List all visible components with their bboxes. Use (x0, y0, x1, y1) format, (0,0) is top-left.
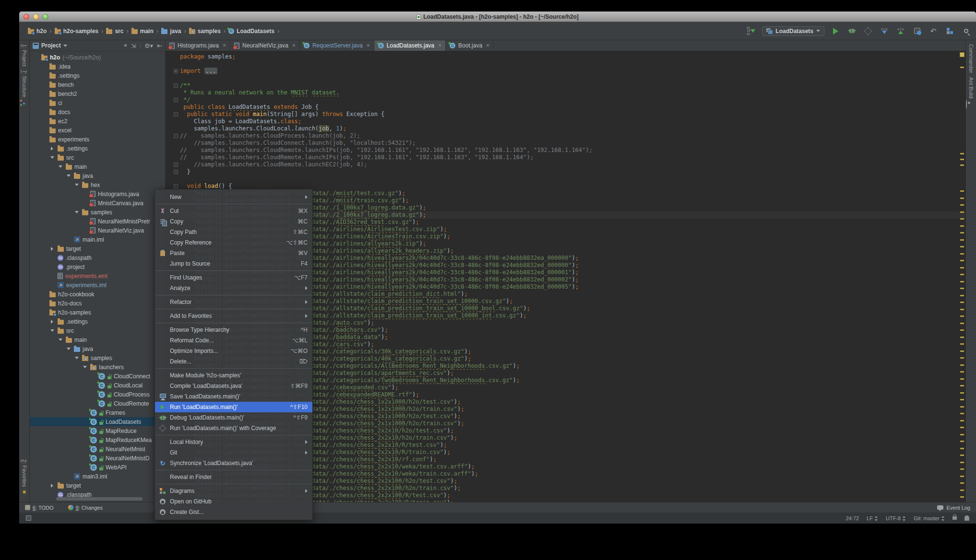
menu-item-jump-to-source[interactable]: Jump to SourceF4 (155, 258, 312, 269)
settings-gear-icon[interactable]: ⚙▾ (144, 42, 153, 49)
tree-row-main.iml[interactable]: JImain.iml (30, 235, 165, 244)
menu-item-refactor[interactable]: Refactor (155, 297, 312, 307)
tree-row-LoadDatasets[interactable]: CLoadDatasets (30, 417, 165, 426)
tree-row-.idea[interactable]: .idea (30, 62, 165, 71)
breadcrumb-item-LoadDatasets[interactable]: CLoadDatasets (227, 27, 276, 35)
run-with-coverage-button[interactable] (863, 26, 873, 36)
breadcrumb-item-src[interactable]: src (105, 27, 125, 35)
tree-row-CloudProcess[interactable]: CCloudProcess (30, 390, 165, 399)
menu-item-open-on-github[interactable]: Open on GitHub (155, 496, 312, 507)
menu-item-create-gist-[interactable]: Create Gist... (155, 507, 312, 517)
menu-item-new[interactable]: New (155, 192, 312, 202)
tab-RequestServer.java[interactable]: CRequestServer.java× (300, 40, 374, 51)
menu-item-run-loaddatasets-main-[interactable]: Run 'LoadDatasets.main()'^⇧F10 (155, 402, 312, 412)
chevron-collapsed-icon[interactable] (49, 484, 55, 488)
toolwindow-stripe-button-commander[interactable]: Commander (966, 44, 976, 73)
fold-collapse-icon[interactable]: - (174, 134, 178, 138)
tree-row-bench2[interactable]: bench2 (30, 89, 165, 98)
breadcrumb-item-java[interactable]: java (160, 27, 182, 35)
menu-item-compile-loaddatasets-java-[interactable]: Compile 'LoadDatasets.java'⇧⌘F9 (155, 381, 312, 391)
debug-button[interactable] (846, 26, 857, 36)
tree-row-ec2[interactable]: ec2 (30, 117, 165, 126)
tree-row-NeuralNetViz.java[interactable]: NeuralNetViz.java (30, 226, 165, 235)
menu-item-local-history[interactable]: Local History (155, 437, 312, 447)
run-button[interactable] (830, 26, 841, 36)
tree-row-ci[interactable]: ci (30, 98, 165, 107)
menu-item-run-loaddatasets-main-with-coverage[interactable]: Run 'LoadDatasets.main()' with Coverage (155, 423, 312, 433)
close-tab-icon[interactable]: × (486, 42, 489, 49)
tree-row-src[interactable]: src (30, 153, 165, 162)
tree-row-hex[interactable]: hex (30, 180, 165, 189)
menu-item-synchronize-loaddatasets-java-[interactable]: ↻Synchronize 'LoadDatasets.java' (155, 458, 312, 468)
menu-item-add-to-favorites[interactable]: Add to Favorites (155, 311, 312, 321)
menu-item-save-loaddatasets-main-[interactable]: Save 'LoadDatasets.main()' (155, 391, 312, 402)
locate-icon[interactable]: ⌖ (124, 42, 127, 49)
hide-panel-icon[interactable]: ⇤ (157, 42, 162, 49)
tree-row-NeuralNetMnist[interactable]: CNeuralNetMnist (30, 444, 165, 454)
tree-row-.classpath[interactable]: .classpath (30, 253, 165, 262)
tree-row-MapReduceKMea[interactable]: CMapReduceKMea (30, 435, 165, 444)
tree-row-NeuralNetMnistD[interactable]: CNeuralNetMnistD (30, 454, 165, 463)
line-ending-select[interactable]: LF (867, 515, 878, 521)
tree-row-WebAPI[interactable]: CWebAPI (30, 463, 165, 472)
tab-Boot.java[interactable]: CBoot.java× (446, 40, 494, 51)
todo-toolwindow-button[interactable]: 6: TODO (25, 505, 54, 511)
update-sources-icon[interactable]: 011001 (746, 26, 756, 36)
fold-end-icon[interactable]: ˅ (174, 163, 178, 167)
tree-row-.project[interactable]: .project (30, 262, 165, 271)
tree-row-CloudRemote[interactable]: CCloudRemote (30, 399, 165, 408)
fold-collapse-icon[interactable]: - (174, 184, 178, 188)
chevron-expanded-icon[interactable] (65, 175, 71, 177)
chevron-expanded-icon[interactable] (49, 329, 55, 332)
event-log-button[interactable]: Event Log (937, 505, 970, 511)
menu-item-cut[interactable]: Cut⌘X (155, 206, 312, 216)
tree-row-CloudConnect[interactable]: CCloudConnect (30, 372, 165, 381)
tree-row-h2o-docs[interactable]: h2o-docs (30, 299, 165, 308)
project-structure-button[interactable] (944, 26, 955, 36)
chevron-collapsed-icon[interactable] (49, 247, 55, 251)
menu-item-paste[interactable]: Paste⌘V (155, 248, 312, 258)
tree-row-h2o-cookbook[interactable]: h2o-cookbook (30, 290, 165, 299)
toolwindow-stripe-button-ant-build[interactable]: Ant Build (966, 77, 976, 109)
search-everywhere-button[interactable] (961, 26, 971, 36)
menu-item-analyze[interactable]: Analyze (155, 283, 312, 293)
close-tab-icon[interactable]: × (438, 42, 441, 49)
chevron-expanded-icon[interactable] (49, 156, 55, 159)
tree-row-experiments.eml[interactable]: experiments.eml (30, 271, 165, 280)
tree-row-experiments.iml[interactable]: JIexperiments.iml (30, 280, 165, 290)
menu-item-optimize-imports-[interactable]: Optimize Imports...⌥⌘O (155, 346, 312, 356)
tree-row-MapReduce[interactable]: CMapReduce (30, 426, 165, 435)
tree-row-java[interactable]: java (30, 171, 165, 180)
vcs-update-button[interactable]: VCS (879, 26, 890, 36)
toolwindow-stripe-button-7-structure[interactable]: 7: Structure (19, 70, 29, 97)
tree-row-experiments[interactable]: experiments (30, 135, 165, 144)
tree-row-target[interactable]: target (30, 244, 165, 253)
tree-row-CloudLocal[interactable]: CCloudLocal (30, 381, 165, 390)
breadcrumb-item-h2o[interactable]: h2o (26, 27, 48, 35)
chevron-expanded-icon[interactable] (65, 348, 71, 350)
lock-icon[interactable] (952, 516, 957, 520)
tab-NeuralNetViz.java[interactable]: NeuralNetViz.java× (230, 40, 300, 51)
tree-row-samples[interactable]: samples (30, 208, 165, 217)
close-tab-icon[interactable]: × (292, 42, 296, 49)
breadcrumb-item-h2o-samples[interactable]: h2o-samples (53, 27, 100, 35)
chevron-expanded-icon[interactable] (73, 357, 80, 359)
fold-end-icon[interactable]: ˅ (174, 170, 178, 174)
tree-row-.settings[interactable]: .settings (30, 71, 165, 80)
chevron-expanded-icon[interactable] (73, 211, 80, 213)
menu-item-reveal-in-finder[interactable]: Reveal in Finder (155, 472, 312, 482)
tree-row-launchers[interactable]: launchers (30, 362, 165, 372)
tree-row-h2o[interactable]: h2o (~/Source/h2o) (30, 53, 165, 62)
menu-item-copy-reference[interactable]: Copy Reference⌥⇧⌘C (155, 237, 312, 248)
fold-end-icon[interactable]: ˅ (174, 98, 178, 102)
tree-row-src[interactable]: src (30, 326, 165, 335)
menu-item-browse-type-hierarchy[interactable]: Browse Type Hierarchy^H (155, 325, 312, 335)
tab-Histograms.java[interactable]: Histograms.java× (166, 40, 230, 51)
tree-row-samples[interactable]: samples (30, 353, 165, 362)
tree-row-Histograms.java[interactable]: Histograms.java (30, 189, 165, 198)
chevron-expanded-icon[interactable] (57, 338, 63, 341)
menu-item-delete-[interactable]: Delete...⌦ (155, 356, 312, 367)
close-tab-icon[interactable]: × (367, 42, 370, 49)
tree-row-Frames[interactable]: CFrames (30, 408, 165, 417)
tree-row-h2o-samples[interactable]: h2o-samples (30, 308, 165, 317)
